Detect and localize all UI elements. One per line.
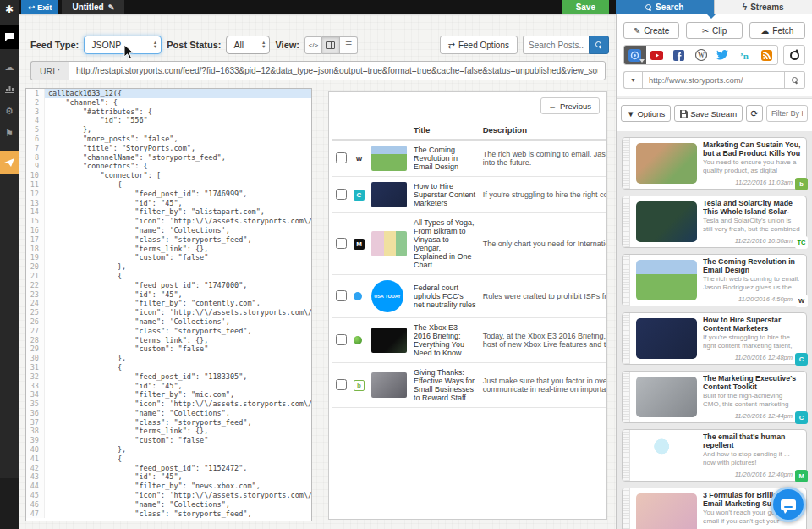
row-checkbox[interactable]	[336, 152, 347, 163]
post-thumbnail	[371, 231, 407, 256]
row-checkbox[interactable]	[336, 189, 347, 200]
json-code-editor[interactable]: 1callback1633_12({2 "channel": {3 "#attr…	[25, 88, 312, 521]
stream-toolbar: ▼ Options Save Stream ⟳	[617, 99, 812, 128]
view-list-toggle[interactable]: ☰	[340, 36, 358, 54]
save-button[interactable]: Save	[562, 0, 609, 14]
save-stream-button[interactable]: Save Stream	[674, 105, 743, 122]
drag-handle[interactable]	[623, 138, 630, 189]
svg-text:’n: ’n	[740, 51, 749, 61]
stream-card[interactable]: The Coming Revolution in Email Design Th…	[622, 254, 807, 306]
tab-search[interactable]: Search	[616, 0, 714, 14]
feed-url-input[interactable]	[69, 61, 606, 80]
table-row[interactable]: M All Types of Yoga, From Bikram to Viny…	[332, 213, 607, 275]
tab-streams[interactable]: ϟ Streams	[714, 0, 812, 14]
view-label: View:	[275, 40, 299, 50]
clip-button[interactable]: ✂ Clip	[686, 22, 742, 39]
exit-button[interactable]: ↩ Exit	[21, 0, 58, 14]
card-source-badge: W	[795, 295, 808, 307]
right-panel-tabs: Search ϟ Streams	[616, 0, 812, 14]
sources-settings-button[interactable]	[783, 45, 805, 65]
split-view-icon	[326, 41, 335, 49]
card-thumbnail	[636, 201, 697, 242]
flag-icon[interactable]: ⚑	[0, 122, 19, 144]
post-title: Federal court upholds FCC's net neutrali…	[410, 275, 480, 318]
table-row[interactable]: C How to Hire Superstar Content Marketer…	[332, 177, 607, 213]
search-posts-input[interactable]	[523, 36, 589, 54]
row-checkbox[interactable]	[336, 379, 347, 390]
drag-handle[interactable]	[623, 313, 630, 364]
feed-url-row: URL:	[30, 61, 606, 80]
settings-gear-icon[interactable]: ⚙	[0, 100, 19, 122]
post-title: How to Hire Superstar Content Marketers	[410, 177, 480, 213]
refresh-button[interactable]: ⟳	[746, 105, 763, 122]
drag-handle[interactable]	[623, 488, 630, 529]
stream-card[interactable]: The Marketing Executive's Content Toolki…	[622, 371, 807, 423]
table-row[interactable]: The Xbox E3 2016 Briefing: Everything Yo…	[332, 318, 607, 363]
drag-handle[interactable]	[623, 430, 630, 481]
stream-card[interactable]: The email that's human repellent And how…	[622, 429, 807, 482]
table-row[interactable]: b Giving Thanks: Effective Ways for Smal…	[332, 363, 607, 408]
stream-card-list: Marketing Can Sustain You, but a Bad Pro…	[617, 131, 812, 529]
post-status-select[interactable]: All ▲▼	[226, 36, 270, 54]
publish-icon[interactable]	[0, 151, 19, 174]
stream-url-input[interactable]	[642, 71, 785, 89]
cloud-icon[interactable]: ☁	[0, 56, 19, 78]
lightning-icon: ϟ	[743, 3, 747, 12]
table-row[interactable]: W The Coming Revolution in Email Design …	[332, 140, 607, 177]
source-badge: M	[354, 239, 365, 250]
options-button[interactable]: ▼ Options	[621, 105, 671, 122]
exit-arrow-icon: ↩	[28, 3, 35, 12]
arrow-left-icon: ←	[549, 102, 557, 111]
drag-handle[interactable]	[623, 196, 630, 247]
view-code-toggle[interactable]: </>	[304, 36, 322, 54]
youtube-icon[interactable]	[646, 46, 668, 64]
feed-options-button[interactable]: ⇄ Feed Options	[440, 36, 518, 54]
stream-card[interactable]: Tesla and SolarCity Made This Whole Isla…	[622, 196, 807, 248]
column-title: Title	[410, 121, 480, 140]
posts-table-panel: ← Previous Title Description W	[328, 91, 607, 520]
n-network-icon[interactable]: ’n	[733, 46, 755, 64]
table-row[interactable]: USA TODAY Federal court upholds FCC's ne…	[332, 275, 607, 318]
card-thumbnail	[636, 143, 697, 184]
row-checkbox[interactable]	[336, 238, 347, 249]
source-badge	[354, 292, 362, 300]
sliders-icon: ⇄	[448, 41, 455, 50]
row-checkbox[interactable]	[336, 290, 347, 301]
view-split-toggle[interactable]	[322, 36, 340, 54]
fetch-button[interactable]: ☁ Fetch	[749, 22, 805, 39]
main-area: Feed Type: JSONP ▲▼ Post Status: All ▲▼ …	[19, 14, 616, 529]
select-stepper-icon: ▲▼	[148, 41, 157, 49]
document-tab[interactable]: Untitled ✎	[62, 0, 124, 14]
stream-card[interactable]: How to Hire Superstar Content Marketers …	[622, 312, 807, 365]
card-description: You need to ensure you have a quality pr…	[703, 158, 801, 174]
facebook-icon[interactable]	[668, 46, 690, 64]
cloud-download-icon: ☁	[760, 26, 769, 36]
card-title: The Marketing Executive's Content Toolki…	[703, 374, 801, 391]
chat-support-button[interactable]	[771, 487, 806, 522]
source-badge: b	[354, 380, 365, 391]
edit-title-icon[interactable]: ✎	[108, 3, 115, 12]
url-dropdown-caret[interactable]: ▼	[623, 71, 642, 89]
filter-keyword-input[interactable]	[766, 105, 808, 122]
web-source-icon[interactable]	[624, 46, 646, 64]
previous-page-button[interactable]: ← Previous	[540, 97, 600, 114]
twitter-icon[interactable]	[711, 46, 733, 64]
card-timestamp: 11/22/2016 11:03am	[703, 179, 801, 186]
row-checkbox[interactable]	[336, 334, 347, 345]
feed-type-select[interactable]: JSONP ▲▼	[84, 36, 162, 54]
drag-handle[interactable]	[623, 372, 630, 422]
messages-icon[interactable]	[0, 25, 19, 49]
wordpress-icon[interactable]: W	[690, 46, 712, 64]
post-thumbnail	[371, 372, 407, 398]
card-source-badge: C	[795, 353, 808, 366]
search-panel: ✎ Create ✂ Clip ☁ Fetch	[616, 14, 812, 529]
analytics-icon[interactable]	[0, 78, 19, 100]
card-thumbnail	[636, 435, 697, 476]
view-toggle-group: </> ☰	[304, 36, 358, 54]
create-button[interactable]: ✎ Create	[623, 22, 679, 39]
stream-card[interactable]: Marketing Can Sustain You, but a Bad Pro…	[622, 137, 807, 190]
stream-url-search-button[interactable]	[785, 71, 805, 89]
drag-handle[interactable]	[623, 255, 630, 306]
rss-icon[interactable]	[755, 46, 777, 64]
search-posts-button[interactable]	[589, 36, 609, 54]
